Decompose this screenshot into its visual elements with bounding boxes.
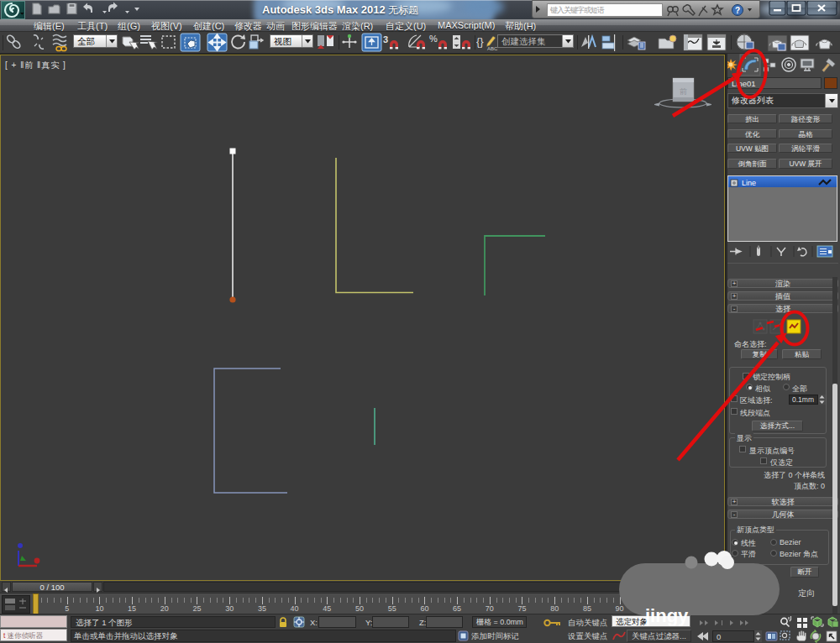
svg-text:3: 3 — [383, 34, 388, 44]
svg-text:前: 前 — [680, 87, 687, 96]
svg-text:%: % — [429, 34, 438, 44]
svg-text:{}: {} — [476, 35, 484, 48]
svg-text:Line: Line — [742, 179, 756, 187]
svg-text:?: ? — [735, 6, 740, 15]
